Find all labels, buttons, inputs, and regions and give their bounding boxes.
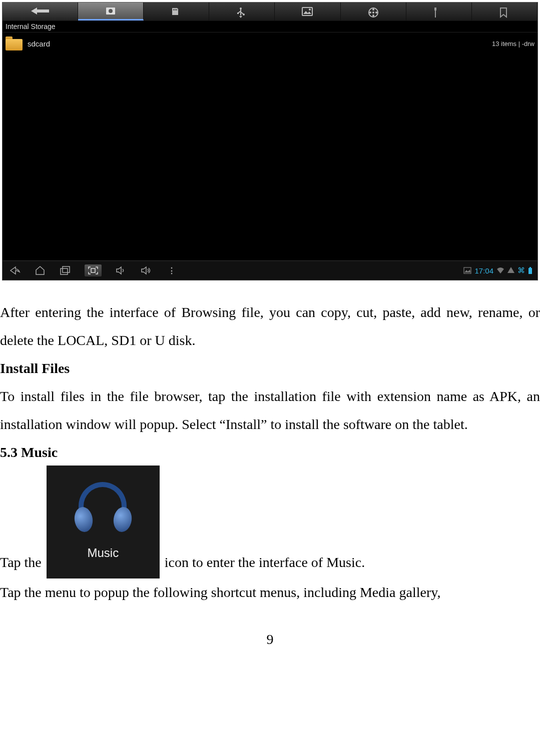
svg-rect-20 [63,266,70,272]
folder-icon [6,36,23,50]
svg-point-8 [243,14,245,16]
svg-rect-18 [435,10,436,18]
tap-the-text: Tap the [0,548,42,578]
svg-rect-7 [237,12,239,14]
volume-up-icon[interactable] [141,266,154,276]
page-number: 9 [0,626,540,654]
breadcrumb: Internal Storage [3,21,537,32]
recents-icon[interactable] [60,266,71,276]
music-icon-label: Music [87,541,119,565]
battery-icon [528,267,532,274]
tag-tab[interactable] [472,2,537,20]
capture-icon[interactable] [85,264,102,276]
svg-point-13 [372,14,374,16]
svg-rect-3 [175,9,176,10]
svg-rect-21 [91,268,95,272]
top-tab-bar [3,2,537,21]
picture-icon [302,7,313,16]
svg-rect-9 [302,8,312,16]
svg-point-1 [109,9,113,13]
back-arrow-icon [30,4,50,18]
svg-rect-19 [61,268,68,274]
tag-icon [499,7,510,16]
svg-rect-4 [176,9,177,10]
tools-tab[interactable] [406,2,472,20]
sd-tab[interactable] [144,2,209,20]
movies-tab[interactable] [341,2,406,20]
file-manager-screenshot: Internal Storage sdcard 13 items | -drw [2,2,538,280]
usb-icon [236,7,247,16]
back-tab[interactable] [3,2,78,20]
music-app-icon[interactable]: Music [47,466,160,578]
paragraph-music-menu: Tap the menu to popup the following shor… [0,578,540,606]
volume-down-icon[interactable] [116,266,127,276]
file-row-sdcard[interactable]: sdcard 13 items | -drw [3,32,537,55]
gallery-status-icon [463,267,471,274]
headphones-icon [76,479,131,534]
clock: 17:04 [474,266,493,275]
bluetooth-icon: ⌘ [517,266,525,275]
storage-tab[interactable] [78,2,144,20]
pictures-tab[interactable] [275,2,340,20]
tool-icon [433,7,444,16]
film-reel-icon [368,7,379,16]
usb-tab[interactable] [209,2,275,20]
system-nav-bar: ⋮ 17:04 ⌘ [3,260,537,280]
svg-point-14 [369,12,371,14]
svg-rect-17 [434,8,436,10]
svg-point-15 [375,12,377,14]
svg-point-12 [372,8,374,10]
heading-music: 5.3 Music [0,438,540,466]
svg-point-16 [372,12,374,14]
file-name: sdcard [28,40,492,48]
sd-card-icon [171,7,182,16]
tap-the-text-post: icon to enter the interface of Music. [165,548,365,578]
file-meta: 13 items | -drw [492,40,534,48]
overflow-icon[interactable]: ⋮ [168,266,177,276]
home-icon[interactable] [35,266,46,276]
disk-icon [105,6,116,16]
svg-rect-2 [173,9,174,10]
wifi-icon [496,267,504,274]
svg-point-10 [309,8,311,10]
svg-rect-23 [528,268,532,274]
heading-install-files: Install Files [0,354,540,382]
paragraph-install: To install files in the file browser, ta… [0,382,540,438]
svg-rect-24 [529,267,531,268]
signal-icon [507,266,514,274]
paragraph-browse: After entering the interface of Browsing… [0,298,540,354]
back-icon[interactable] [9,266,21,276]
empty-area [3,52,537,261]
